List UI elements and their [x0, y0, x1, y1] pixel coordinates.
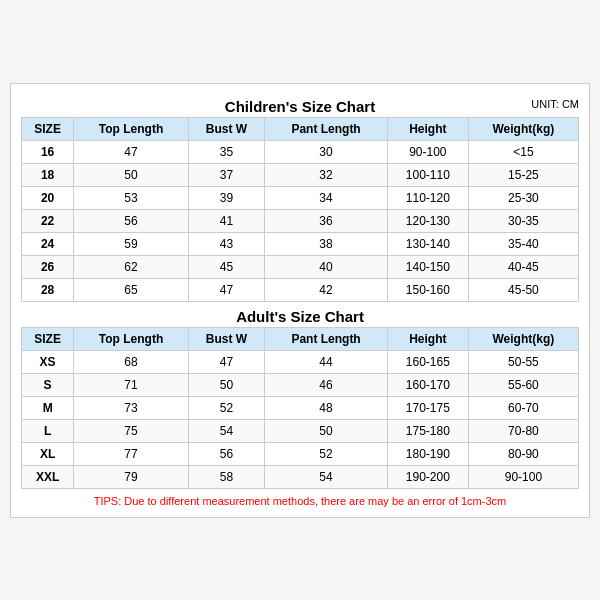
table-cell: 41 — [188, 209, 264, 232]
table-cell: 60-70 — [468, 396, 578, 419]
table-cell: 36 — [265, 209, 388, 232]
table-cell: 62 — [74, 255, 189, 278]
table-cell: 130-140 — [387, 232, 468, 255]
table-cell: 44 — [265, 350, 388, 373]
table-cell: 47 — [74, 140, 189, 163]
table-cell: 160-170 — [387, 373, 468, 396]
table-cell: 52 — [265, 442, 388, 465]
table-cell: 24 — [22, 232, 74, 255]
adult-col-pant-length: Pant Length — [265, 327, 388, 350]
table-row: 20533934110-12025-30 — [22, 186, 579, 209]
children-title-text: Children's Size Chart — [225, 98, 375, 115]
table-cell: 50 — [265, 419, 388, 442]
table-cell: 120-130 — [387, 209, 468, 232]
table-row: XXL795854190-20090-100 — [22, 465, 579, 488]
table-cell: 175-180 — [387, 419, 468, 442]
table-cell: XXL — [22, 465, 74, 488]
table-cell: 50-55 — [468, 350, 578, 373]
unit-label: UNIT: CM — [531, 98, 579, 110]
adult-title-text: Adult's Size Chart — [236, 308, 364, 325]
adult-col-bust-w: Bust W — [188, 327, 264, 350]
table-cell: 40-45 — [468, 255, 578, 278]
table-row: XS684744160-16550-55 — [22, 350, 579, 373]
table-cell: 26 — [22, 255, 74, 278]
adult-table-body: XS684744160-16550-55S715046160-17055-60M… — [22, 350, 579, 488]
table-row: M735248170-17560-70 — [22, 396, 579, 419]
children-table-body: 1647353090-100<1518503732100-11015-25205… — [22, 140, 579, 301]
table-cell: 50 — [188, 373, 264, 396]
table-cell: 75 — [74, 419, 189, 442]
table-cell: 170-175 — [387, 396, 468, 419]
table-cell: 48 — [265, 396, 388, 419]
table-cell: 77 — [74, 442, 189, 465]
table-cell: 55-60 — [468, 373, 578, 396]
table-row: S715046160-17055-60 — [22, 373, 579, 396]
table-cell: 54 — [188, 419, 264, 442]
table-cell: 43 — [188, 232, 264, 255]
table-cell: 110-120 — [387, 186, 468, 209]
table-cell: 190-200 — [387, 465, 468, 488]
table-cell: 35 — [188, 140, 264, 163]
table-cell: 90-100 — [468, 465, 578, 488]
table-cell: 53 — [74, 186, 189, 209]
table-cell: 50 — [74, 163, 189, 186]
table-cell: 45 — [188, 255, 264, 278]
table-row: L755450175-18070-80 — [22, 419, 579, 442]
table-cell: 46 — [265, 373, 388, 396]
table-cell: 28 — [22, 278, 74, 301]
table-row: 18503732100-11015-25 — [22, 163, 579, 186]
table-cell: 42 — [265, 278, 388, 301]
table-cell: 180-190 — [387, 442, 468, 465]
size-chart-container: Children's Size Chart UNIT: CM SIZE Top … — [10, 83, 590, 518]
table-cell: 25-30 — [468, 186, 578, 209]
table-cell: 160-165 — [387, 350, 468, 373]
table-cell: 65 — [74, 278, 189, 301]
adult-size-table: SIZE Top Length Bust W Pant Length Heigh… — [21, 327, 579, 489]
children-table-header-row: SIZE Top Length Bust W Pant Length Heigh… — [22, 117, 579, 140]
table-row: 28654742150-16045-50 — [22, 278, 579, 301]
table-cell: 40 — [265, 255, 388, 278]
table-cell: 20 — [22, 186, 74, 209]
table-cell: 73 — [74, 396, 189, 419]
table-cell: 54 — [265, 465, 388, 488]
table-cell: 35-40 — [468, 232, 578, 255]
children-col-size: SIZE — [22, 117, 74, 140]
table-row: 26624540140-15040-45 — [22, 255, 579, 278]
table-cell: 45-50 — [468, 278, 578, 301]
table-cell: 56 — [188, 442, 264, 465]
children-col-height: Height — [387, 117, 468, 140]
table-cell: 150-160 — [387, 278, 468, 301]
table-cell: 100-110 — [387, 163, 468, 186]
table-cell: 80-90 — [468, 442, 578, 465]
adult-col-weight: Weight(kg) — [468, 327, 578, 350]
table-cell: 34 — [265, 186, 388, 209]
table-cell: 56 — [74, 209, 189, 232]
table-cell: 30-35 — [468, 209, 578, 232]
table-row: 22564136120-13030-35 — [22, 209, 579, 232]
adult-col-top-length: Top Length — [74, 327, 189, 350]
table-cell: 18 — [22, 163, 74, 186]
table-cell: 30 — [265, 140, 388, 163]
children-col-pant-length: Pant Length — [265, 117, 388, 140]
table-cell: 59 — [74, 232, 189, 255]
table-cell: XS — [22, 350, 74, 373]
children-chart-title: Children's Size Chart UNIT: CM — [21, 94, 579, 117]
table-cell: 38 — [265, 232, 388, 255]
table-cell: 58 — [188, 465, 264, 488]
table-row: 1647353090-100<15 — [22, 140, 579, 163]
table-cell: 22 — [22, 209, 74, 232]
adult-table-header-row: SIZE Top Length Bust W Pant Length Heigh… — [22, 327, 579, 350]
table-cell: XL — [22, 442, 74, 465]
table-row: XL775652180-19080-90 — [22, 442, 579, 465]
table-cell: S — [22, 373, 74, 396]
table-cell: 39 — [188, 186, 264, 209]
adult-col-size: SIZE — [22, 327, 74, 350]
table-cell: 79 — [74, 465, 189, 488]
table-cell: 16 — [22, 140, 74, 163]
table-cell: 15-25 — [468, 163, 578, 186]
table-cell: 47 — [188, 278, 264, 301]
table-cell: 68 — [74, 350, 189, 373]
table-cell: 140-150 — [387, 255, 468, 278]
table-cell: 37 — [188, 163, 264, 186]
children-col-weight: Weight(kg) — [468, 117, 578, 140]
